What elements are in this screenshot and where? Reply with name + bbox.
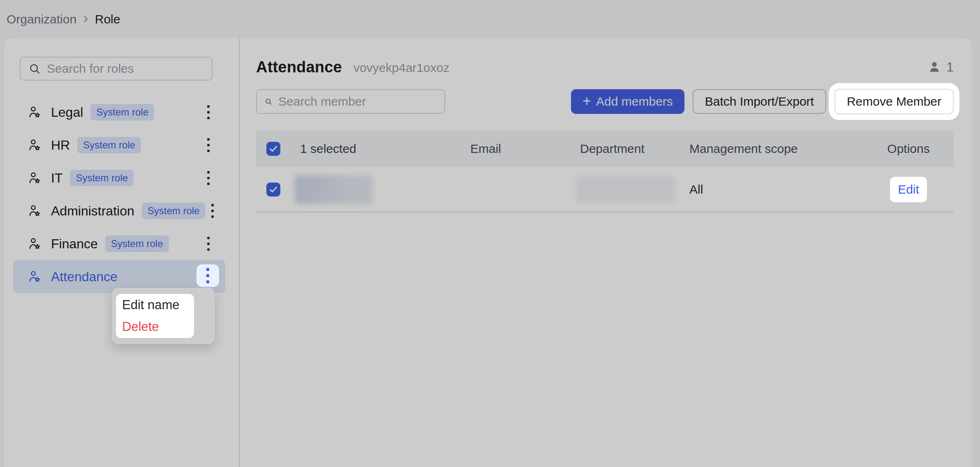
role-person-star-icon: [27, 105, 42, 120]
menu-item-delete[interactable]: Delete: [116, 316, 194, 338]
role-person-star-icon: [27, 269, 42, 284]
sidebar-item-finance[interactable]: Finance System role: [13, 227, 225, 260]
search-icon: [264, 95, 273, 108]
members-table-header: 1 selected Email Department Management s…: [256, 130, 954, 167]
search-icon: [28, 62, 41, 75]
page-title: Attendance: [256, 58, 342, 76]
member-scope: All: [689, 183, 863, 197]
role-options-kebab[interactable]: [197, 101, 220, 124]
member-name-redacted: [295, 175, 373, 204]
check-icon: [268, 185, 278, 194]
role-person-star-icon: [27, 203, 42, 218]
role-search-input[interactable]: [47, 62, 206, 76]
role-context-menu-items: Edit name Delete: [116, 294, 194, 338]
members-table: 1 selected Email Department Management s…: [256, 130, 954, 213]
system-role-badge: System role: [105, 236, 169, 252]
role-name: HR: [51, 138, 70, 153]
system-role-badge: System role: [77, 137, 141, 153]
sidebar-item-administration[interactable]: Administration System role: [13, 194, 225, 227]
check-icon: [268, 144, 278, 154]
role-name: Legal: [51, 105, 83, 120]
member-actions: + Add members Batch Import/Export Remove…: [571, 89, 954, 114]
sidebar-item-hr[interactable]: HR System role: [13, 129, 225, 162]
batch-import-export-button[interactable]: Batch Import/Export: [693, 89, 826, 114]
member-search-box: [256, 89, 445, 114]
system-role-badge: System role: [70, 170, 134, 186]
sidebar-item-it[interactable]: IT System role: [13, 162, 225, 194]
role-options-kebab[interactable]: [197, 233, 220, 255]
col-header-email: Email: [470, 142, 580, 156]
add-members-label: Add members: [596, 95, 673, 109]
breadcrumb-role: Role: [95, 12, 120, 26]
breadcrumb: Organization › Role: [0, 0, 980, 38]
row-checkbox[interactable]: [266, 183, 280, 197]
role-name: Administration: [51, 203, 134, 219]
selected-count: 1 selected: [293, 142, 470, 156]
role-detail-panel: Attendance vovyekp4ar1oxoz 1 + Add membe…: [240, 38, 972, 467]
person-icon: [927, 60, 941, 74]
role-name: Attendance: [51, 269, 118, 284]
select-all-checkbox[interactable]: [266, 142, 280, 156]
member-count-value: 1: [946, 60, 954, 75]
attendance-options-kebab[interactable]: [196, 264, 219, 287]
role-options-kebab[interactable]: [205, 200, 220, 222]
remove-member-button[interactable]: Remove Member: [834, 89, 954, 114]
role-person-star-icon: [27, 171, 42, 185]
member-row: All Edit: [256, 167, 954, 213]
col-header-options: Options: [863, 142, 954, 156]
sidebar-item-legal[interactable]: Legal System role: [13, 96, 225, 129]
col-header-scope: Management scope: [689, 142, 863, 156]
role-id: vovyekp4ar1oxoz: [354, 61, 449, 75]
member-search-input[interactable]: [278, 95, 437, 109]
menu-item-edit-name[interactable]: Edit name: [116, 294, 194, 316]
role-options-kebab[interactable]: [197, 167, 220, 190]
role-list: Legal System role HR System role: [13, 96, 225, 293]
role-search-box: [20, 57, 213, 81]
member-department-redacted: [576, 177, 675, 202]
role-name: IT: [51, 171, 62, 186]
member-count: 1: [927, 60, 954, 75]
role-management-page: Organization › Role Legal System role: [0, 0, 980, 467]
role-person-star-icon: [27, 236, 42, 251]
member-controls: + Add members Batch Import/Export Remove…: [256, 88, 954, 115]
role-person-star-icon: [27, 138, 42, 153]
system-role-badge: System role: [142, 203, 206, 219]
chevron-right-icon: ›: [83, 18, 88, 21]
roles-sidebar: Legal System role HR System role: [4, 38, 240, 467]
add-members-button[interactable]: + Add members: [571, 89, 684, 114]
breadcrumb-organization[interactable]: Organization: [7, 12, 76, 26]
system-role-badge: System role: [90, 104, 154, 120]
role-options-kebab[interactable]: [197, 134, 220, 157]
role-name: Finance: [51, 236, 98, 252]
row-edit-button[interactable]: Edit: [890, 177, 927, 202]
col-header-department: Department: [580, 142, 689, 156]
role-header: Attendance vovyekp4ar1oxoz 1: [256, 55, 954, 79]
